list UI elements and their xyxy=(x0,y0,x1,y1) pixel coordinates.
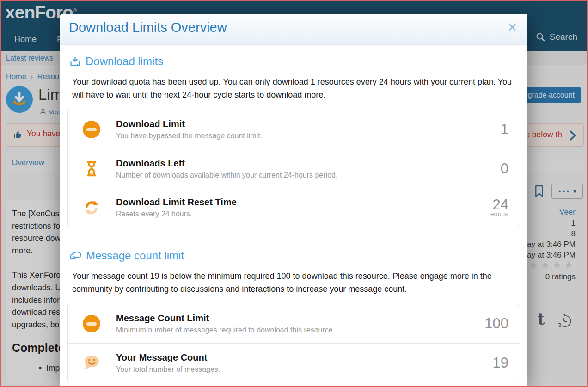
list-item-title: Message Count Limit xyxy=(116,313,335,324)
close-icon[interactable]: ✕ xyxy=(508,21,517,34)
list-item-subtitle: Number of downloads available within you… xyxy=(116,171,337,179)
value-number: 100 xyxy=(484,316,508,331)
list-item-text: Your Message Count Your total number of … xyxy=(116,352,220,374)
list-item-text: Download Limit You have bypassed the mes… xyxy=(116,119,262,140)
list-item-reset-time: Download Limit Reset Time Resets every 2… xyxy=(68,188,520,227)
screen: xenForo® Home Forums Search Latest revie… xyxy=(0,0,588,387)
list-item-value: 24 HOURS xyxy=(490,197,508,217)
download-tray-icon xyxy=(69,55,81,68)
section-divider xyxy=(60,242,527,242)
smiley-bubble-icon xyxy=(82,354,101,372)
list-item-subtitle: Your total number of messages. xyxy=(116,365,220,374)
value-number: 19 xyxy=(493,356,508,370)
list-item-text: Message Count Limit Minimum number of me… xyxy=(116,313,335,334)
refresh-icon xyxy=(82,199,101,216)
list-item-value: 19 xyxy=(493,356,508,370)
message-count-list: Message Count Limit Minimum number of me… xyxy=(67,304,520,382)
value-number: 0 xyxy=(501,161,508,176)
download-limits-list: Download Limit You have bypassed the mes… xyxy=(67,110,520,227)
list-item-value: 0 xyxy=(501,161,508,176)
modal-header: Download Limits Overview ✕ xyxy=(60,14,527,45)
minus-circle-icon xyxy=(82,315,101,332)
section-title: Download limits xyxy=(86,55,163,68)
section-download-limits-header: Download limits xyxy=(69,55,520,68)
section-description: Your download quota has been used up. Yo… xyxy=(72,75,515,101)
value-number: 1 xyxy=(501,122,508,137)
list-item-text: Downloads Left Number of downloads avail… xyxy=(116,158,337,179)
list-item-your-message-count: Your Message Count Your total number of … xyxy=(68,343,520,382)
list-item-title: Your Message Count xyxy=(116,352,220,363)
list-item-subtitle: Minimum number of messages required to d… xyxy=(116,326,335,334)
list-item-title: Download Limit Reset Time xyxy=(116,197,237,208)
modal-body: Download limits Your download quota has … xyxy=(60,45,527,382)
chat-bubbles-icon xyxy=(69,250,82,262)
value-number: 24 xyxy=(490,197,508,212)
minus-circle-icon xyxy=(82,121,101,138)
section-message-count-header: Message count limit xyxy=(69,249,520,262)
list-item-title: Download Limit xyxy=(116,119,262,129)
list-item-downloads-left: Downloads Left Number of downloads avail… xyxy=(68,149,520,188)
list-item-message-count-limit: Message Count Limit Minimum number of me… xyxy=(68,304,520,343)
list-item-subtitle: Resets every 24 hours. xyxy=(116,210,237,218)
hourglass-icon xyxy=(82,160,101,178)
modal-title: Download Limits Overview xyxy=(69,20,227,35)
download-limits-modal: Download Limits Overview ✕ Download limi… xyxy=(60,14,527,386)
list-item-subtitle: You have bypassed the message count limi… xyxy=(116,132,262,140)
list-item-download-limit: Download Limit You have bypassed the mes… xyxy=(68,110,520,149)
list-item-value: 100 xyxy=(484,316,508,331)
section-title: Message count limit xyxy=(86,249,184,262)
list-item-text: Download Limit Reset Time Resets every 2… xyxy=(116,197,237,218)
list-item-value: 1 xyxy=(501,122,508,137)
section-description: Your message count 19 is below the minim… xyxy=(72,270,515,295)
value-unit: HOURS xyxy=(490,212,508,217)
list-item-title: Downloads Left xyxy=(116,158,337,169)
